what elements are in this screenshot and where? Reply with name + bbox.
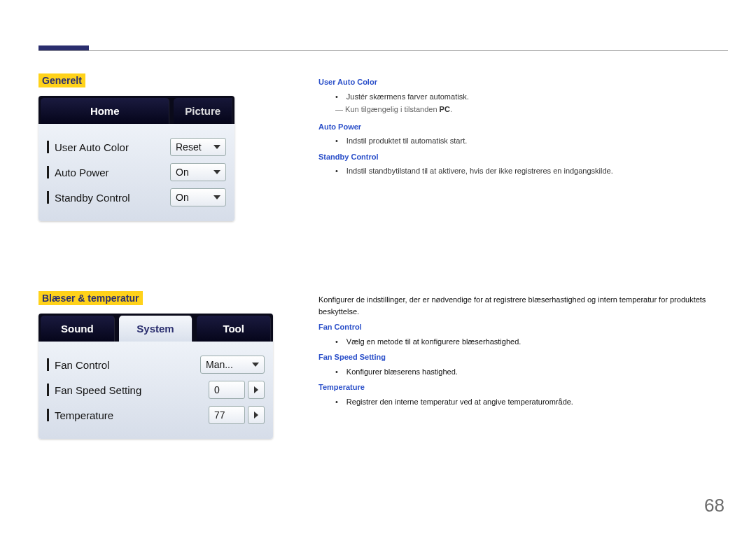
desc-bullet: Indstil standbytilstand til at aktivere,…: [318, 164, 732, 178]
desc-bullet: Justér skærmens farver automatisk.: [318, 90, 732, 104]
desc-heading-auto-power: Auto Power: [318, 121, 732, 133]
dropdown-user-auto-color[interactable]: Reset: [170, 138, 226, 156]
osd-body-2: Fan Control Man... Fan Speed Setting 0: [38, 342, 273, 439]
dropdown-auto-power[interactable]: On: [170, 163, 226, 181]
row-indicator-icon: [47, 384, 49, 396]
row-label: Fan Speed Setting: [47, 384, 209, 396]
chevron-right-icon: [254, 412, 258, 419]
row-text: Auto Power: [55, 167, 109, 178]
dropdown-value: On: [176, 192, 189, 203]
row-indicator-icon: [47, 166, 49, 178]
row-text: User Auto Color: [55, 141, 129, 153]
row-text: Standby Control: [55, 192, 130, 204]
chevron-down-icon: [252, 363, 259, 367]
osd-tabs: Home Picture: [38, 96, 234, 124]
row-label: Temperature: [47, 409, 209, 421]
dropdown-value: On: [176, 167, 189, 178]
dropdown-value: Man...: [206, 359, 233, 370]
row-label: Standby Control: [47, 191, 170, 204]
row-text: Temperature: [55, 409, 113, 421]
fan-speed-step-button[interactable]: [248, 381, 265, 399]
value-text: 77: [214, 409, 225, 421]
osd-row-fan-control: Fan Control Man...: [47, 352, 265, 377]
chevron-down-icon: [214, 170, 220, 174]
chevron-right-icon: [254, 386, 258, 393]
desc-bullet: Registrer den interne temperatur ved at …: [318, 395, 732, 409]
temperature-value[interactable]: 77: [209, 406, 245, 424]
osd-row-fan-speed: Fan Speed Setting 0: [47, 377, 265, 402]
tab-home[interactable]: Home: [41, 98, 169, 124]
tab-system[interactable]: System: [119, 316, 193, 342]
description-fan-temp: Konfigurer de indstillinger, der er nødv…: [318, 294, 732, 409]
row-text: Fan Speed Setting: [55, 384, 141, 396]
temperature-step-button[interactable]: [248, 406, 265, 424]
fan-speed-value[interactable]: 0: [209, 381, 245, 399]
tab-sound[interactable]: Sound: [41, 316, 115, 342]
desc-heading-user-auto-color: User Auto Color: [318, 76, 732, 88]
section-heading-fan-temp: Blæser & temperatur: [38, 291, 143, 305]
dropdown-standby-control[interactable]: On: [170, 188, 226, 206]
tab-picture[interactable]: Picture: [174, 98, 232, 124]
osd-panel-general: Home Picture User Auto Color Reset Auto …: [38, 96, 234, 221]
osd-panel-fan-temp: Sound System Tool Fan Control Man...: [38, 314, 273, 439]
row-label: Fan Control: [47, 358, 200, 371]
desc-heading-standby-control: Standby Control: [318, 151, 732, 163]
osd-row-temperature: Temperature 77: [47, 402, 265, 428]
row-indicator-icon: [47, 409, 49, 421]
row-label: Auto Power: [47, 166, 170, 178]
row-label: User Auto Color: [47, 141, 170, 153]
chevron-down-icon: [214, 195, 220, 199]
row-indicator-icon: [47, 358, 49, 371]
osd-row-standby-control: Standby Control On: [47, 185, 226, 210]
dropdown-fan-control[interactable]: Man...: [200, 356, 265, 374]
row-indicator-icon: [47, 191, 49, 204]
desc-bullet: Indstil produktet til automatisk start.: [318, 134, 732, 148]
chevron-down-icon: [214, 145, 220, 149]
desc-bullet: Konfigurer blæserens hastighed.: [318, 365, 732, 379]
description-general: User Auto Color Justér skærmens farver a…: [318, 73, 732, 178]
desc-heading-fan-speed: Fan Speed Setting: [318, 351, 732, 363]
desc-heading-fan-control: Fan Control: [318, 321, 732, 333]
note-bold: PC: [440, 105, 450, 113]
note-suffix: .: [450, 105, 452, 113]
desc-bullet: Vælg en metode til at konfigurere blæser…: [318, 335, 732, 349]
osd-tabs-2: Sound System Tool: [38, 314, 273, 342]
page-number: 68: [704, 495, 724, 517]
dropdown-value: Reset: [176, 141, 202, 153]
osd-body: User Auto Color Reset Auto Power On: [38, 124, 234, 221]
desc-note: ― Kun tilgængelig i tilstanden PC.: [318, 104, 732, 118]
row-indicator-icon: [47, 141, 49, 153]
header-rule: [38, 50, 728, 51]
tab-tool[interactable]: Tool: [197, 316, 271, 342]
osd-row-user-auto-color: User Auto Color Reset: [47, 134, 226, 160]
section-heading-generelt: Generelt: [38, 73, 85, 87]
row-text: Fan Control: [55, 359, 109, 371]
osd-row-auto-power: Auto Power On: [47, 160, 226, 185]
value-text: 0: [214, 384, 220, 395]
desc-heading-temperature: Temperature: [318, 381, 732, 393]
note-prefix: ― Kun tilgængelig i tilstanden: [335, 105, 440, 113]
desc-intro: Konfigurer de indstillinger, der er nødv…: [318, 294, 732, 317]
